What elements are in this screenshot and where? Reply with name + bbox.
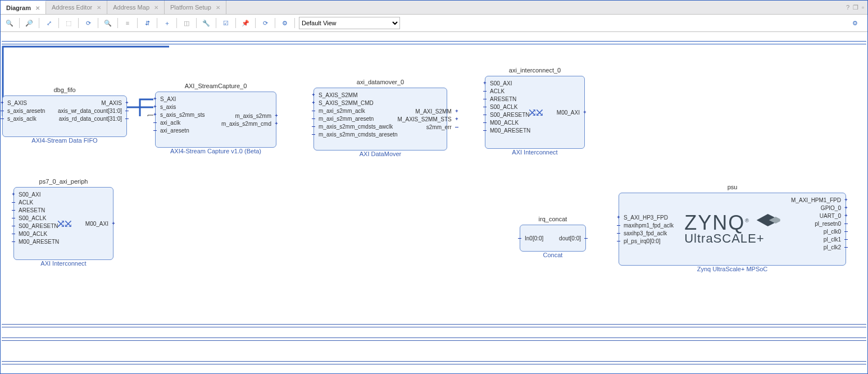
port-label: S00_ARESETN xyxy=(490,111,530,118)
port-label: M00_ARESETN xyxy=(19,238,59,245)
optimize-icon[interactable]: ⚙ xyxy=(279,17,290,29)
diagram-canvas[interactable]: dbg_fifo S_AXIS s_axis_aresetn s_axis_ac… xyxy=(1,32,867,373)
port-label: pl_clk0 xyxy=(824,228,841,235)
block-axi-datamover[interactable]: axi_datamover_0 S_AXIS_S2MM S_AXIS_S2MM_… xyxy=(313,88,447,150)
block-dbg-fifo[interactable]: dbg_fifo S_AXIS s_axis_aresetn s_axis_ac… xyxy=(2,95,127,137)
block-caption: AXI Interconnect xyxy=(485,149,585,156)
port-label: S00_ACLK xyxy=(490,103,517,111)
port-label: m_axis_s2mm xyxy=(235,112,271,120)
port-label: m_axi_s2mm_aclk xyxy=(319,107,365,115)
pin-icon[interactable]: 📌 xyxy=(240,17,251,29)
port-label: M00_ACLK xyxy=(490,119,519,126)
zoom-area-icon[interactable]: ⬚ xyxy=(63,17,74,29)
help-icon[interactable]: ? xyxy=(846,4,849,11)
search-icon[interactable]: 🔍 xyxy=(102,17,113,29)
port-label: s2mm_err xyxy=(426,124,452,131)
port-label: S00_ACLK xyxy=(19,215,46,222)
port-label: m_axi_s2mm_aresetn xyxy=(319,115,374,122)
port-label: s_axis_s2mm_sts xyxy=(160,111,204,118)
tab-label: Address Editor xyxy=(52,4,92,11)
block-irq-concat[interactable]: irq_concat In0[0:0] dout[0:0] Concat xyxy=(520,225,586,252)
block-caption: AXI DataMover xyxy=(313,150,447,157)
block-title: irq_concat xyxy=(520,216,586,222)
close-icon[interactable]: ✕ xyxy=(216,4,220,11)
port-label: S00_AXI xyxy=(490,80,512,87)
port-label: S_AXI_HP3_FPD xyxy=(624,214,668,221)
tab-diagram[interactable]: Diagram✕ xyxy=(1,1,46,14)
tab-address-map[interactable]: Address Map✕ xyxy=(107,1,165,14)
port-label: S00_AXI xyxy=(19,191,40,198)
view-select[interactable]: Default View xyxy=(299,17,400,29)
zoom-out-icon[interactable]: 🔎 xyxy=(24,17,35,29)
maximize-icon[interactable]: ❐ xyxy=(853,4,858,11)
block-title: AXI_StreamCapture_0 xyxy=(155,83,276,89)
port-label: M_AXI_S2MM xyxy=(415,108,451,115)
zynq-logo: ZYNQ® UltraSCALE+ xyxy=(684,212,780,246)
block-caption: AXI Interconnect xyxy=(13,260,113,267)
tab-label: Diagram xyxy=(6,4,31,11)
zoom-in-icon[interactable]: 🔍 xyxy=(4,17,15,29)
port-label: M00_ACLK xyxy=(19,230,47,238)
port-label: m_axis_s2mm_cmd xyxy=(221,120,271,127)
close-icon[interactable]: ✕ xyxy=(97,4,101,11)
block-title: axi_interconnect_0 xyxy=(485,67,585,74)
port-label: pl_clk1 xyxy=(824,236,841,243)
crossbar-icon: ⤨⤩ xyxy=(56,217,71,230)
block-title: ps7_0_axi_periph xyxy=(13,178,113,185)
port-label: S_AXIS_S2MM xyxy=(319,92,357,99)
port-label: axi_aresetn xyxy=(160,127,189,134)
crossbar-icon: ⤨⤩ xyxy=(528,106,542,119)
port-label: GPIO_0 xyxy=(821,204,841,212)
block-axi-interconnect-0[interactable]: axi_interconnect_0 S00_AXI ACLK ARESETN … xyxy=(485,76,585,149)
port-label: ACLK xyxy=(19,199,33,206)
port-label: s_axis_aresetn xyxy=(7,107,45,115)
block-ps7-axi-periph[interactable]: ps7_0_axi_periph S00_AXI ACLK ARESETN S0… xyxy=(13,187,113,260)
toolbar: 🔍 🔎 ⤢ ⬚ ⟳ 🔍 ≡ ⇵ ＋ ◫ 🔧 ☑ 📌 ⟳ ⚙ Default Vi… xyxy=(1,15,867,32)
port-label: pl_clk2 xyxy=(824,244,841,251)
tab-platform-setup[interactable]: Platform Setup✕ xyxy=(165,1,226,14)
block-caption: AXI4-Stream Data FIFO xyxy=(2,137,127,144)
close-icon[interactable]: ✕ xyxy=(35,5,40,11)
align-icon[interactable]: ⇵ xyxy=(142,17,153,29)
port-label: axis_wr_data_count[31:0] xyxy=(58,107,122,115)
port-label: In0[0:0] xyxy=(525,235,543,242)
regenerate-icon[interactable]: ⟳ xyxy=(260,17,271,29)
add-icon[interactable]: ＋ xyxy=(161,17,172,29)
port-label: pl_ps_irq0[0:0] xyxy=(624,238,661,245)
block-title: psu xyxy=(619,184,846,190)
zoom-fit-icon[interactable]: ⤢ xyxy=(43,17,54,29)
tab-label: Platform Setup xyxy=(170,4,211,11)
port-label: axi_aclk xyxy=(160,119,180,126)
refresh-icon[interactable]: ⟳ xyxy=(83,17,94,29)
port-label: M_AXIS xyxy=(101,99,122,107)
port-label: saxihp3_fpd_aclk xyxy=(624,230,667,237)
close-icon[interactable]: ✕ xyxy=(154,4,158,11)
port-label: M00_AXI xyxy=(557,109,580,116)
validate-icon[interactable]: ☑ xyxy=(220,17,231,29)
block-caption: AXI4-Stream Capture v1.0 (Beta) xyxy=(155,148,276,154)
wrench-icon[interactable]: 🔧 xyxy=(201,17,212,29)
block-title: axi_datamover_0 xyxy=(313,79,447,85)
port-label: pl_resetn0 xyxy=(815,220,841,227)
settings-icon[interactable]: ⚙ xyxy=(849,17,861,29)
block-caption: Concat xyxy=(520,252,586,258)
port-label: s_axis xyxy=(160,103,176,111)
port-label: S00_ARESETN xyxy=(19,222,58,230)
port-label: S_AXIS xyxy=(7,99,27,107)
port-label: m_axis_s2mm_cmdsts_awclk xyxy=(319,123,393,130)
port-label: ACLK xyxy=(490,88,505,95)
block-title: dbg_fifo xyxy=(2,86,127,93)
group-icon[interactable]: ◫ xyxy=(181,17,192,29)
port-label: M00_AXI xyxy=(85,220,108,227)
port-label: ARESETN xyxy=(490,95,516,103)
block-caption: Zynq UltraScale+ MPSoC xyxy=(619,266,846,272)
restore-icon[interactable]: ▫ xyxy=(862,4,864,11)
block-stream-capture[interactable]: AXI_StreamCapture_0 S_AXI s_axis s_axis_… xyxy=(155,92,276,148)
block-psu[interactable]: psu S_AXI_HP3_FPD maxihpm1_fpd_aclk saxi… xyxy=(619,193,846,266)
tab-address-editor[interactable]: Address Editor✕ xyxy=(46,1,107,14)
port-label: UART_0 xyxy=(820,212,841,220)
collapse-icon[interactable]: ≡ xyxy=(122,17,133,29)
port-label: M_AXIS_S2MM_STS xyxy=(398,116,452,123)
port-label: maxihpm1_fpd_aclk xyxy=(624,222,674,229)
port-label: M_AXI_HPM1_FPD xyxy=(791,197,841,204)
